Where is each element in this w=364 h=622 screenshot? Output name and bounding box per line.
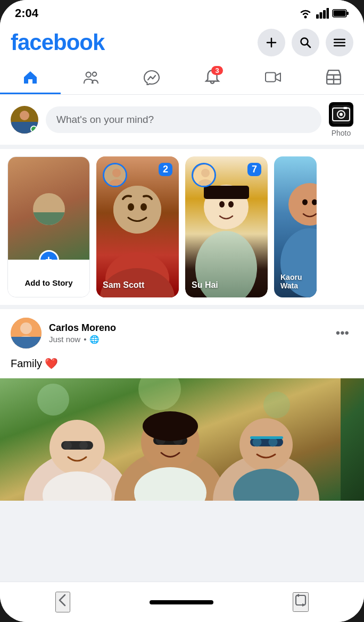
nav-tabs: 3 bbox=[0, 62, 364, 95]
story-add-label: Add to Story bbox=[8, 260, 89, 297]
svg-point-82 bbox=[269, 438, 278, 447]
svg-point-28 bbox=[340, 113, 343, 116]
menu-icon bbox=[334, 38, 345, 47]
svg-rect-60 bbox=[11, 337, 42, 349]
tab-marketplace[interactable] bbox=[303, 62, 364, 94]
family-photo-image bbox=[0, 378, 341, 501]
tab-home[interactable] bbox=[0, 62, 61, 94]
svg-rect-4 bbox=[327, 8, 329, 19]
photo-label: Photo bbox=[332, 129, 351, 137]
story-sam-scott[interactable]: 2 Sam Scott bbox=[96, 156, 179, 297]
home-icon bbox=[22, 69, 38, 85]
svg-point-37 bbox=[128, 203, 134, 211]
post-input[interactable]: What's on your mind? bbox=[46, 106, 321, 133]
facebook-logo: facebook bbox=[11, 30, 104, 55]
svg-rect-83 bbox=[250, 436, 283, 439]
online-indicator bbox=[30, 126, 37, 132]
stories-section: + Add to Story bbox=[0, 149, 364, 309]
svg-point-58 bbox=[20, 322, 32, 334]
search-button[interactable] bbox=[292, 29, 319, 56]
svg-point-81 bbox=[253, 438, 262, 447]
post-header: Carlos Moreno Just now • 🌐 ••• bbox=[0, 309, 364, 354]
battery-icon bbox=[332, 9, 349, 18]
post: Carlos Moreno Just now • 🌐 ••• Family ❤️ bbox=[0, 309, 364, 501]
video-icon bbox=[265, 69, 281, 85]
status-icons bbox=[298, 8, 349, 19]
svg-point-69 bbox=[79, 441, 88, 450]
plus-icon bbox=[266, 37, 277, 48]
svg-point-41 bbox=[112, 169, 121, 177]
svg-point-22 bbox=[20, 111, 29, 120]
svg-rect-17 bbox=[266, 73, 276, 82]
home-indicator bbox=[150, 600, 213, 604]
svg-rect-2 bbox=[320, 12, 322, 19]
add-button[interactable] bbox=[258, 29, 285, 56]
story-sam-name: Sam Scott bbox=[103, 280, 172, 290]
svg-point-76 bbox=[143, 411, 198, 441]
status-bar: 2:04 bbox=[0, 0, 364, 24]
create-post: What's on your mind? Photo bbox=[0, 95, 364, 149]
phone-frame: 2:04 facebook bbox=[0, 0, 364, 622]
menu-button[interactable] bbox=[326, 29, 353, 56]
svg-point-16 bbox=[93, 72, 97, 77]
story-add-avatar bbox=[33, 193, 65, 225]
svg-point-50 bbox=[201, 169, 210, 177]
post-timestamp: Just now bbox=[49, 335, 80, 344]
rotate-button[interactable] bbox=[293, 592, 309, 612]
wifi-icon bbox=[298, 8, 313, 19]
post-text: Family ❤️ bbox=[0, 354, 364, 378]
tab-friends[interactable] bbox=[61, 62, 121, 94]
svg-point-30 bbox=[44, 200, 54, 210]
story-suhai-name: Su Hai bbox=[192, 280, 261, 290]
story-add-bg: + bbox=[8, 157, 89, 261]
header-actions bbox=[258, 29, 353, 56]
svg-point-36 bbox=[113, 186, 161, 234]
search-icon bbox=[300, 37, 311, 48]
story-su-hai[interactable]: 7 Su Hai bbox=[185, 156, 268, 297]
story-person-avatar bbox=[103, 163, 127, 187]
svg-rect-3 bbox=[323, 10, 326, 19]
story-kaoru-name: Kaoru Wata bbox=[280, 273, 310, 290]
post-privacy-icon: 🌐 bbox=[89, 335, 100, 344]
svg-point-15 bbox=[86, 72, 91, 77]
svg-rect-6 bbox=[346, 12, 349, 15]
signal-icon bbox=[316, 8, 329, 19]
marketplace-icon bbox=[326, 69, 342, 85]
story-kaoru[interactable]: Kaoru Wata bbox=[274, 156, 317, 297]
tab-notifications[interactable]: 3 bbox=[182, 62, 243, 94]
photo-button[interactable]: Photo bbox=[329, 102, 353, 137]
svg-rect-32 bbox=[33, 212, 65, 225]
post-meta: Just now • 🌐 bbox=[49, 335, 324, 344]
svg-point-64 bbox=[263, 392, 290, 418]
svg-point-55 bbox=[302, 200, 308, 205]
rotate-icon bbox=[294, 593, 308, 607]
svg-point-46 bbox=[219, 201, 225, 208]
photo-icon bbox=[329, 102, 353, 127]
post-author-info: Carlos Moreno Just now • 🌐 bbox=[49, 322, 324, 344]
back-button[interactable] bbox=[55, 592, 70, 612]
svg-point-62 bbox=[37, 384, 69, 416]
svg-rect-1 bbox=[316, 14, 319, 19]
svg-point-68 bbox=[63, 441, 72, 450]
story-add[interactable]: + Add to Story bbox=[7, 156, 90, 297]
back-icon bbox=[56, 593, 69, 608]
friends-icon bbox=[83, 69, 99, 85]
svg-point-38 bbox=[140, 203, 147, 211]
story-sam-count: 2 bbox=[159, 163, 172, 176]
tab-video[interactable] bbox=[243, 62, 303, 94]
svg-rect-29 bbox=[343, 107, 348, 109]
status-time: 2:04 bbox=[15, 6, 38, 20]
user-avatar bbox=[11, 106, 38, 134]
post-image bbox=[0, 378, 364, 501]
svg-rect-48 bbox=[204, 186, 249, 199]
story-suhai-count: 7 bbox=[247, 163, 261, 176]
svg-point-0 bbox=[304, 16, 307, 19]
svg-rect-7 bbox=[334, 11, 346, 16]
story-person-avatar bbox=[192, 163, 216, 187]
messenger-icon bbox=[144, 69, 160, 85]
post-dot: • bbox=[84, 335, 86, 344]
notifications-badge: 3 bbox=[211, 66, 223, 75]
post-more-button[interactable]: ••• bbox=[332, 324, 353, 343]
bottom-nav bbox=[0, 582, 364, 622]
tab-messenger[interactable] bbox=[121, 62, 182, 94]
